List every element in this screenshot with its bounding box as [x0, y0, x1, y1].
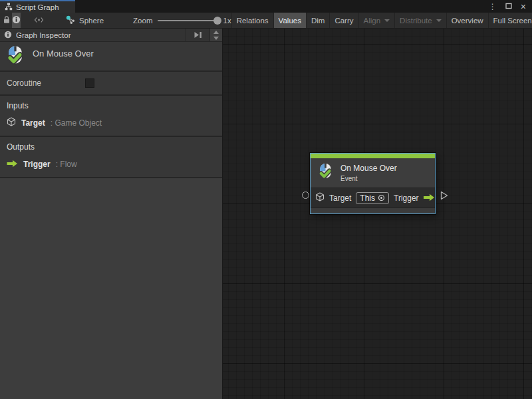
node-subtitle: Event [340, 175, 397, 182]
tab-title: Script Graph [16, 3, 59, 11]
lock-button[interactable] [3, 13, 11, 28]
code-icon [34, 16, 44, 25]
header-divider [186, 29, 186, 42]
trigger-port-label: Trigger [394, 194, 419, 203]
zoom-control: Zoom 1x [133, 13, 231, 28]
node-title: On Mouse Over [340, 164, 397, 173]
carry-label: Carry [334, 17, 353, 25]
dim-label: Dim [311, 17, 325, 25]
tab-bar-spacer [75, 0, 489, 13]
node-ports-row: Target This Trigger [311, 188, 435, 207]
graph-inspector-panel: Graph Inspector [0, 29, 223, 399]
carry-button[interactable]: Carry [329, 13, 358, 28]
values-button[interactable]: Values [273, 13, 306, 28]
trigger-output-port[interactable]: Trigger [394, 192, 435, 204]
full-screen-label: Full Screen [493, 17, 532, 25]
input-name: Target [21, 118, 45, 128]
zoom-slider[interactable] [158, 20, 219, 21]
panel-scroll-spinner [209, 29, 222, 41]
zoom-level: 1x [223, 17, 231, 25]
dock-icon [194, 29, 202, 41]
coroutine-section: Coroutine [0, 72, 222, 96]
toolbar-right-group: Relations Values Dim Carry Align Distrib… [231, 13, 532, 28]
distribute-button[interactable]: Distribute [394, 13, 446, 28]
code-preview-button[interactable] [34, 13, 44, 28]
flow-arrow-icon [7, 158, 18, 170]
relations-label: Relations [237, 17, 269, 25]
inspector-toggle-button[interactable] [12, 13, 21, 28]
overview-label: Overview [452, 17, 483, 25]
graph-owner-button[interactable]: Sphere [66, 13, 104, 28]
info-icon [4, 29, 12, 41]
input-type: : Game Object [51, 118, 102, 128]
output-row-trigger: Trigger : Flow [7, 158, 222, 170]
node-footer [311, 207, 435, 213]
inputs-title: Inputs [7, 101, 222, 110]
inspector-empty-area [0, 178, 222, 399]
tab-bar: Script Graph ⋮ × [0, 0, 532, 13]
node-accent-bar [311, 154, 435, 158]
window-maximize-icon[interactable] [505, 3, 512, 11]
target-input-port[interactable]: Target This [315, 192, 389, 204]
chevron-down-icon [384, 19, 390, 22]
align-label: Align [364, 17, 381, 25]
zoom-slider-handle[interactable] [213, 17, 221, 25]
window-controls: ⋮ × [489, 0, 532, 13]
output-name: Trigger [23, 160, 51, 169]
graph-toolbar: Sphere Zoom 1x Relations Values Dim Carr… [0, 13, 532, 29]
unit-title: On Mouse Over [33, 49, 94, 59]
cube-icon [7, 117, 16, 129]
mouse-event-icon [317, 163, 334, 182]
window-menu-icon[interactable]: ⋮ [489, 3, 497, 11]
node-titles: On Mouse Over Event [340, 164, 397, 182]
coroutine-label: Coroutine [7, 78, 85, 88]
scroll-down-icon[interactable] [213, 37, 219, 40]
unit-title-section: On Mouse Over [0, 42, 222, 72]
flow-arrow-icon [423, 192, 435, 204]
align-button[interactable]: Align [358, 13, 395, 28]
values-label: Values [279, 17, 301, 25]
tab-script-graph[interactable]: Script Graph [0, 0, 75, 13]
graph-owner-label: Sphere [79, 17, 104, 25]
script-graph-window: Script Graph ⋮ × [0, 0, 532, 399]
graph-canvas[interactable]: On Mouse Over Event Target This [223, 29, 532, 399]
target-port-label: Target [329, 194, 351, 203]
info-icon [12, 15, 21, 25]
node-header[interactable]: On Mouse Over Event [311, 158, 435, 188]
cube-icon [315, 192, 325, 204]
this-object-chip[interactable]: This [356, 192, 389, 204]
coroutine-checkbox[interactable] [85, 78, 94, 88]
distribute-label: Distribute [400, 17, 432, 25]
object-picker-icon[interactable] [378, 192, 385, 204]
main-area: Graph Inspector [0, 29, 532, 399]
relations-button[interactable]: Relations [231, 13, 273, 28]
graph-inspector-title: Graph Inspector [16, 31, 182, 39]
scroll-up-icon[interactable] [213, 31, 219, 34]
full-screen-button[interactable]: Full Screen [488, 13, 532, 28]
overview-button[interactable]: Overview [446, 13, 488, 28]
outputs-section: Outputs Trigger : Flow [0, 137, 222, 178]
output-type: : Flow [56, 160, 77, 169]
script-graph-icon [5, 1, 13, 13]
node-input-connection-port[interactable] [302, 192, 309, 199]
inputs-section: Inputs Target : Game Object [0, 96, 222, 137]
chevron-down-icon [436, 19, 442, 22]
dim-button[interactable]: Dim [306, 13, 329, 28]
window-close-icon[interactable]: × [521, 2, 526, 11]
mouse-event-icon [5, 45, 25, 68]
this-chip-label: This [360, 194, 375, 203]
zoom-label: Zoom [133, 17, 152, 25]
dock-panel-button[interactable] [190, 29, 205, 41]
lock-icon [3, 15, 11, 25]
graph-pointer-icon [66, 15, 75, 26]
input-row-target: Target : Game Object [7, 117, 222, 129]
node-output-connection-port[interactable] [440, 191, 448, 203]
outputs-title: Outputs [7, 142, 222, 152]
graph-inspector-header: Graph Inspector [0, 29, 222, 42]
on-mouse-over-node[interactable]: On Mouse Over Event Target This [310, 153, 436, 214]
